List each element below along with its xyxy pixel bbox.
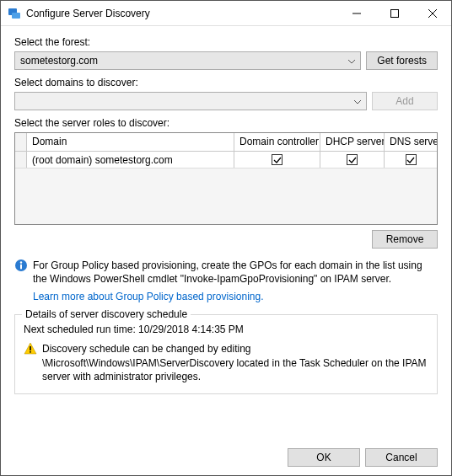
close-button[interactable] [413,2,451,25]
svg-point-7 [20,261,22,263]
chevron-down-icon [348,55,355,67]
info-text: For Group Policy based provisioning, cre… [33,259,438,286]
dns-checkbox[interactable] [406,154,417,165]
forest-combo-value: sometestorg.com [20,55,98,67]
get-forests-button[interactable]: Get forests [366,51,438,70]
dhcp-checkbox[interactable] [347,154,358,165]
grid-header-handle [15,133,27,151]
row-dc-cell [234,152,320,168]
svg-rect-8 [20,265,22,270]
minimize-button[interactable] [337,2,375,25]
roles-label: Select the server roles to discover: [14,117,438,129]
svg-rect-11 [30,351,31,353]
grid-header-dc[interactable]: Domain controller [234,133,320,151]
schedule-warning-text: Discovery schedule can be changed by edi… [42,342,428,383]
grid-header-dhcp[interactable]: DHCP server [320,133,385,151]
row-dns-cell [385,152,437,168]
grid-header-dns[interactable]: DNS server [385,133,437,151]
remove-button[interactable]: Remove [372,230,438,249]
window-title: Configure Server Discovery [26,8,337,19]
schedule-fieldset: Details of server discovery schedule Nex… [14,314,438,394]
maximize-button[interactable] [375,2,413,25]
domains-label: Select domains to discover: [14,77,438,88]
row-domain-cell: (root domain) sometestorg.com [27,152,234,168]
warning-icon [24,342,37,356]
info-icon [14,259,28,272]
svg-rect-10 [30,346,31,350]
roles-grid: Domain Domain controller DHCP server DNS… [14,132,438,225]
svg-rect-3 [390,9,398,17]
window-titlebar: Configure Server Discovery [1,1,451,26]
svg-rect-1 [12,13,20,19]
forest-combo[interactable]: sometestorg.com [14,51,361,70]
row-handle[interactable] [15,152,27,168]
row-dhcp-cell [320,152,385,168]
ipam-app-icon [8,7,21,20]
forest-label: Select the forest: [14,36,438,48]
dc-checkbox[interactable] [272,154,282,165]
ok-button[interactable]: OK [288,448,360,467]
grid-header: Domain Domain controller DHCP server DNS… [15,133,437,152]
grid-body: (root domain) sometestorg.com [15,152,437,224]
table-row[interactable]: (root domain) sometestorg.com [15,152,437,168]
schedule-next-run: Next scheduled run time: 10/29/2018 4:14… [24,324,428,335]
schedule-legend: Details of server discovery schedule [22,308,191,320]
cancel-button[interactable]: Cancel [365,448,438,467]
domains-combo[interactable] [14,92,367,110]
learn-more-link[interactable]: Learn more about Group Policy based prov… [33,291,438,302]
chevron-down-icon [354,95,361,107]
grid-header-domain[interactable]: Domain [27,133,234,151]
add-domain-button: Add [372,92,438,110]
